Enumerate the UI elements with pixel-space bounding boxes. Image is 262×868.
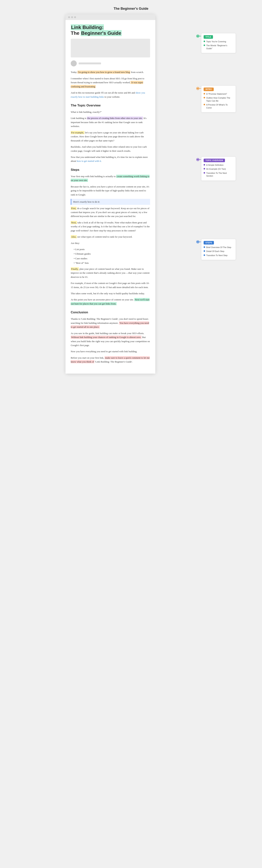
section1-p2: Link building is the process of creating…	[71, 116, 150, 128]
browser-dot-3	[74, 16, 76, 18]
annotation-intro-badge: INTRO	[204, 88, 214, 91]
annotation-topic-item-1: A Simple Definition	[204, 164, 233, 166]
annotation-title-badge: TITLE	[204, 35, 213, 39]
annotation-topic-item-2: An Example (Or Two)	[204, 167, 233, 170]
dot-icon	[204, 254, 205, 256]
conclusion-p4: Before you start on your first link, mak…	[71, 356, 150, 364]
annotation-steps: STEPS Brief Overview Of The Step Detail …	[201, 239, 236, 260]
annotation-steps-item-2: Detail Of Each Step	[204, 250, 233, 253]
article-image	[71, 39, 150, 57]
steps-are-they: Are they:	[71, 241, 150, 245]
annotation-topic-box: TOPIC OVERVIEW A Simple Definition An Ex…	[201, 157, 236, 181]
conclusion-p3: Now you have everything you need to get …	[71, 349, 150, 353]
dot-icon	[204, 168, 205, 169]
author-name	[79, 62, 101, 64]
section3-heading: Conclusion	[71, 310, 150, 315]
steps-first: First, do a Google search for your targe…	[71, 206, 150, 218]
annotation-title-item-1: Topic You're Covering	[204, 40, 233, 43]
dot-icon	[204, 44, 205, 46]
annotation-intro-box: INTRO A "Promise Statement" Outline How …	[201, 86, 236, 113]
browser-content: Link Building: The Beginner's Guide Toda…	[65, 20, 155, 374]
steps-finally: Finally, plan your piece of content base…	[71, 267, 150, 279]
annotation-title-box: TITLE Topic You're Covering The Words "B…	[201, 33, 236, 53]
section1-p1: What is link building, exactly?"	[71, 110, 150, 114]
dot-icon	[204, 104, 205, 105]
steps-also-highlight: Also,	[71, 235, 77, 238]
steps-next: Next, take a look at all of the top 10 r…	[71, 221, 150, 232]
steps-also: Also, see what types of content tend to …	[71, 235, 150, 239]
dot-icon	[204, 246, 205, 248]
page-title: The Beginner's Guide	[65, 4, 197, 14]
article-body: Today I'm going to show you how to grow …	[71, 70, 150, 364]
list-item: Case studies	[74, 256, 150, 260]
dot-icon	[204, 97, 205, 98]
steps-keyword-box: Here's exactly how to do it:	[71, 199, 150, 205]
browser-dot-2	[71, 16, 73, 18]
dot-icon	[204, 40, 205, 42]
section1-heading: The Topic Overview	[71, 103, 150, 108]
steps-finally-highlight: Finally,	[71, 267, 79, 271]
list-item: List posts	[74, 247, 150, 251]
list-item: Ultimate guides	[74, 252, 150, 256]
steps-p1: Your first step with link building is ac…	[71, 174, 150, 182]
browser-bar	[65, 14, 155, 20]
conclusion-p2: As you saw in the guide, link building c…	[71, 331, 150, 347]
steps-list: List posts Ultimate guides Case studies …	[74, 247, 150, 265]
article-title: Link Building: The Beginner's Guide	[71, 25, 150, 36]
steps-example: For example, if most of the content on G…	[71, 281, 150, 289]
steps-work: This takes some work, but it's the only …	[71, 291, 150, 296]
author-row	[71, 60, 150, 66]
author-avatar	[71, 60, 77, 66]
section1-p4: Backlinks. And when you build links from…	[71, 145, 150, 153]
section2-heading: Steps	[71, 167, 150, 173]
steps-first-highlight: First,	[71, 207, 77, 210]
steps-p2: Because the fact is, unless you have a p…	[71, 185, 150, 196]
intro-p1: Today I'm going to show you how to grow …	[71, 70, 150, 74]
section1-p5: Now that you understand what link buildi…	[71, 155, 150, 163]
dot-icon	[204, 250, 205, 252]
dot-icon	[204, 93, 205, 94]
section1-highlight-1: the process of creating links from other…	[87, 117, 143, 120]
list-item: "Best of" lists	[74, 261, 150, 265]
annotation-steps-item-3: Transition To Next Step	[204, 254, 233, 257]
page-wrapper: The Beginner's Guide Link Building: The …	[65, 4, 197, 374]
annotation-title: TITLE Topic You're Covering The Words "B…	[201, 33, 236, 53]
intro-p3: And in this no-nonsense guide I'll cut o…	[71, 91, 150, 99]
title-highlight-1: Link Building:	[71, 24, 104, 30]
intro-p2: I remember when I first started to learn…	[71, 76, 150, 89]
conclusion-p1: Thanks to 'Link Building: The Beginner's…	[71, 317, 150, 329]
annotation-intro: INTRO A "Promise Statement" Outline How …	[201, 86, 236, 113]
section1-highlight-2: For example,	[71, 131, 84, 134]
annotation-intro-item-2: Outline How Complex The Topic Can Be	[204, 96, 233, 102]
browser-dot-1	[68, 16, 70, 18]
annotation-steps-badge: STEPS	[204, 241, 214, 245]
steps-point: At this point you have an awesome piece …	[71, 298, 150, 306]
annotation-topic-item-3: Transition To The Next Section	[204, 172, 233, 178]
annotation-steps-item-1: Brief Overview Of The Step	[204, 246, 233, 249]
steps-next-highlight: Next,	[71, 221, 77, 224]
annotation-topic-badge: TOPIC OVERVIEW	[204, 159, 225, 162]
browser-window: Link Building: The Beginner's Guide Toda…	[65, 14, 155, 374]
dot-icon	[204, 172, 205, 174]
section1-link[interactable]: how to get started with it.	[77, 160, 101, 162]
annotation-intro-item-3: A Preview Of What's To Come	[204, 103, 233, 109]
conclusion-highlight-2: Without link building your chances of ra…	[71, 336, 142, 339]
title-highlight-2: Beginner's Guide	[81, 30, 121, 36]
annotation-steps-box: STEPS Brief Overview Of The Step Detail …	[201, 239, 236, 260]
annotation-title-item-2: The Words "Beginner's Guide"	[204, 44, 233, 50]
annotation-topic: TOPIC OVERVIEW A Simple Definition An Ex…	[201, 157, 236, 181]
outer-layout: Link Building: The Beginner's Guide Toda…	[65, 14, 197, 374]
annotation-intro-item-1: A "Promise Statement"	[204, 93, 233, 95]
intro-highlight-1: I'm going to show you how to grow a bran…	[78, 70, 130, 74]
dot-icon	[204, 164, 205, 165]
section1-p3: For example, let's say you have a page o…	[71, 131, 150, 143]
